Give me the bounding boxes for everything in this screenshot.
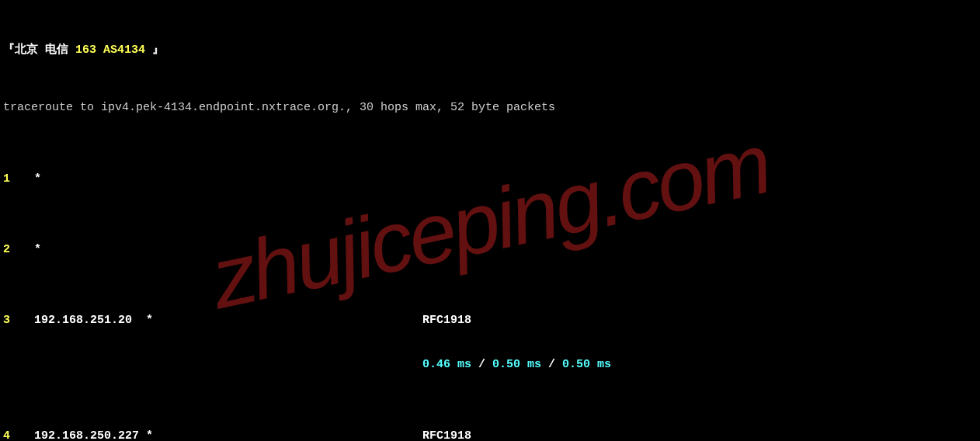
latency: 0.50 ms xyxy=(492,358,541,371)
hop-row-2: 2 * xyxy=(3,241,977,259)
hop-number: 2 xyxy=(3,241,34,259)
latency: 0.46 ms xyxy=(422,358,471,371)
hop-star: * xyxy=(34,170,41,188)
latency: 0.50 ms xyxy=(562,358,611,371)
header-city: 北京 xyxy=(15,41,38,59)
traceroute-command: traceroute to ipv4.pek-4134.endpoint.nxt… xyxy=(3,99,977,116)
header-line: 『 北京 电信 163 AS4134 』 xyxy=(3,41,977,59)
hop-row-4: 4 192.168.250.227 * RFC1918 xyxy=(3,427,977,442)
hop-number: 3 xyxy=(3,311,34,329)
hop-ip: 192.168.251.20 xyxy=(34,314,132,327)
header-asn: 163 AS4134 xyxy=(75,41,145,59)
terminal-output: 『 北京 电信 163 AS4134 』 traceroute to ipv4.… xyxy=(0,0,980,441)
hop-ip: 192.168.250.227 xyxy=(34,429,139,442)
hop-number: 4 xyxy=(3,427,34,442)
hop-location: RFC1918 xyxy=(422,311,977,329)
hop-location: RFC1918 xyxy=(422,427,977,442)
hop-row-1: 1 * xyxy=(3,170,977,188)
hop-star: * xyxy=(146,314,153,327)
hop-latency-3: 0.46 ms / 0.50 ms / 0.50 ms xyxy=(3,356,977,373)
trace-cmd-text: traceroute to ipv4.pek-4134.endpoint.nxt… xyxy=(3,99,555,116)
hop-number: 1 xyxy=(3,170,34,188)
hop-row-3: 3 192.168.251.20 * RFC1918 xyxy=(3,311,977,329)
hop-star: * xyxy=(146,429,153,442)
hop-star: * xyxy=(34,241,41,259)
bracket-close: 』 xyxy=(152,41,164,59)
header-isp: 电信 xyxy=(45,41,68,59)
bracket-open: 『 xyxy=(3,41,15,59)
